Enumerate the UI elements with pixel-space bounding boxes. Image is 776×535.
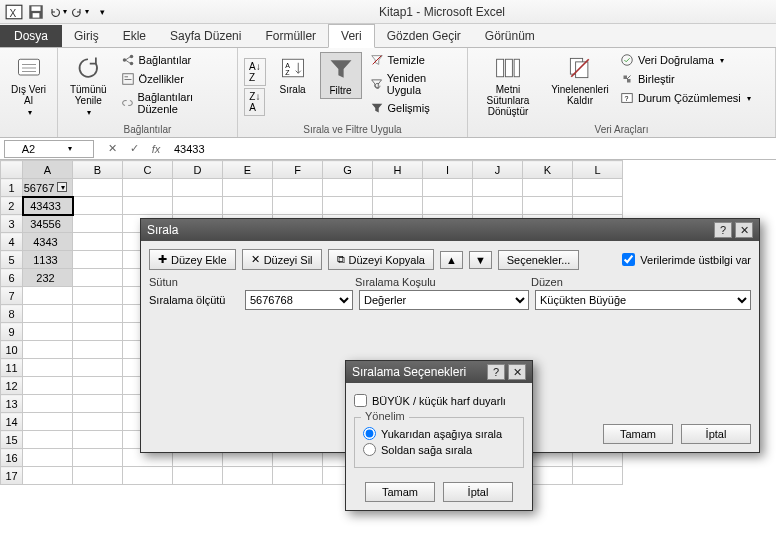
undo-icon[interactable]: ▾ bbox=[48, 3, 68, 21]
row-header[interactable]: 3 bbox=[1, 215, 23, 233]
col-header-H[interactable]: H bbox=[373, 161, 423, 179]
sort-desc-button[interactable]: Z↓A bbox=[244, 88, 265, 116]
get-external-data-button[interactable]: Dış Veri Al▾ bbox=[6, 52, 51, 119]
headers-checkbox[interactable] bbox=[622, 253, 635, 266]
tab-pagelayout[interactable]: Sayfa Düzeni bbox=[158, 25, 253, 47]
col-header-A[interactable]: A bbox=[23, 161, 73, 179]
close-icon[interactable]: ✕ bbox=[508, 364, 526, 380]
left-to-right-row[interactable]: Soldan sağa sırala bbox=[363, 443, 515, 456]
redo-icon[interactable]: ▾ bbox=[70, 3, 90, 21]
sort-asc-button[interactable]: A↓Z bbox=[244, 58, 266, 86]
col-header-F[interactable]: F bbox=[273, 161, 323, 179]
col-header-J[interactable]: J bbox=[473, 161, 523, 179]
cancel-entry-icon[interactable]: ✕ bbox=[104, 141, 120, 157]
row-header[interactable]: 13 bbox=[1, 395, 23, 413]
col-header-K[interactable]: K bbox=[523, 161, 573, 179]
copy-level-button[interactable]: ⧉Düzeyi Kopyala bbox=[328, 249, 434, 270]
row-header[interactable]: 17 bbox=[1, 467, 23, 485]
row-header[interactable]: 5 bbox=[1, 251, 23, 269]
row-header[interactable]: 6 bbox=[1, 269, 23, 287]
tab-review[interactable]: Gözden Geçir bbox=[375, 25, 473, 47]
cell-A4[interactable]: 4343 bbox=[23, 233, 73, 251]
col-header-I[interactable]: I bbox=[423, 161, 473, 179]
save-icon[interactable] bbox=[26, 3, 46, 21]
sort-ok-button[interactable]: Tamam bbox=[603, 424, 673, 444]
row-header[interactable]: 16 bbox=[1, 449, 23, 467]
row-header[interactable]: 9 bbox=[1, 323, 23, 341]
sort-options-titlebar[interactable]: Sıralama Seçenekleri ? ✕ bbox=[346, 361, 532, 383]
delete-level-button[interactable]: ✕Düzeyi Sil bbox=[242, 249, 322, 270]
row-header[interactable]: 15 bbox=[1, 431, 23, 449]
col-header-C[interactable]: C bbox=[123, 161, 173, 179]
accept-entry-icon[interactable]: ✓ bbox=[126, 141, 142, 157]
case-sensitive-checkbox[interactable] bbox=[354, 394, 367, 407]
cell-A5[interactable]: 1133 bbox=[23, 251, 73, 269]
filter-button[interactable]: Filtre bbox=[320, 52, 362, 99]
name-box[interactable]: A2▾ bbox=[4, 140, 94, 158]
cell-A2[interactable]: 43433 bbox=[23, 197, 73, 215]
add-level-button[interactable]: ✚Düzey Ekle bbox=[149, 249, 236, 270]
row-header[interactable]: 14 bbox=[1, 413, 23, 431]
sortby-combo[interactable]: 5676768 bbox=[245, 290, 353, 310]
col-header-B[interactable]: B bbox=[73, 161, 123, 179]
formula-input[interactable]: 43433 bbox=[170, 143, 776, 155]
order-combo[interactable]: Küçükten Büyüğe bbox=[535, 290, 751, 310]
reapply-button[interactable]: Yeniden Uygula bbox=[368, 71, 461, 97]
advanced-filter-button[interactable]: Gelişmiş bbox=[368, 100, 461, 116]
sort-options-button[interactable]: Seçenekler... bbox=[498, 250, 580, 270]
col-header-L[interactable]: L bbox=[573, 161, 623, 179]
top-to-bottom-radio[interactable] bbox=[363, 427, 376, 440]
data-validation-button[interactable]: Veri Doğrulama▾ bbox=[618, 52, 753, 68]
row-header[interactable]: 2 bbox=[1, 197, 23, 215]
cell-A6[interactable]: 232 bbox=[23, 269, 73, 287]
qat-customize-icon[interactable]: ▾ bbox=[92, 3, 112, 21]
cell-A3[interactable]: 34556 bbox=[23, 215, 73, 233]
move-down-button[interactable]: ▼ bbox=[469, 251, 492, 269]
col-header-G[interactable]: G bbox=[323, 161, 373, 179]
row-header[interactable]: 10 bbox=[1, 341, 23, 359]
excel-icon[interactable]: X bbox=[4, 3, 24, 21]
clear-filter-button[interactable]: Temizle bbox=[368, 52, 461, 68]
move-up-button[interactable]: ▲ bbox=[440, 251, 463, 269]
sort-dialog-titlebar[interactable]: Sırala ? ✕ bbox=[141, 219, 759, 241]
headers-checkbox-row[interactable]: Verilerimde üstbilgi var bbox=[622, 253, 751, 266]
column-header-label: Sütun bbox=[149, 276, 349, 288]
row-header[interactable]: 12 bbox=[1, 377, 23, 395]
col-header-E[interactable]: E bbox=[223, 161, 273, 179]
tab-view[interactable]: Görünüm bbox=[473, 25, 547, 47]
case-sensitive-row[interactable]: BÜYÜK / küçük harf duyarlı bbox=[354, 394, 524, 407]
what-if-button[interactable]: ?Durum Çözümlemesi▾ bbox=[618, 90, 753, 106]
row-header[interactable]: 7 bbox=[1, 287, 23, 305]
fx-icon[interactable]: fx bbox=[148, 141, 164, 157]
sort-cancel-button[interactable]: İptal bbox=[681, 424, 751, 444]
consolidate-button[interactable]: Birleştir bbox=[618, 71, 753, 87]
filter-dropdown-icon[interactable] bbox=[57, 182, 67, 192]
tab-data[interactable]: Veri bbox=[328, 24, 375, 48]
criteria-combo[interactable]: Değerler bbox=[359, 290, 529, 310]
sort-button[interactable]: AZ Sırala bbox=[272, 52, 314, 97]
tab-file[interactable]: Dosya bbox=[0, 25, 62, 47]
options-cancel-button[interactable]: İptal bbox=[443, 482, 513, 502]
tab-home[interactable]: Giriş bbox=[62, 25, 111, 47]
remove-duplicates-button[interactable]: Yinelenenleri Kaldır bbox=[548, 52, 612, 108]
cell-A1[interactable]: 56767 bbox=[23, 179, 73, 197]
left-to-right-radio[interactable] bbox=[363, 443, 376, 456]
row-header[interactable]: 1 bbox=[1, 179, 23, 197]
refresh-all-button[interactable]: Tümünü Yenile▾ bbox=[64, 52, 113, 119]
select-all-corner[interactable] bbox=[1, 161, 23, 179]
col-header-D[interactable]: D bbox=[173, 161, 223, 179]
connections-button[interactable]: Bağlantılar bbox=[119, 52, 231, 68]
row-header[interactable]: 11 bbox=[1, 359, 23, 377]
text-to-columns-button[interactable]: Metni Sütunlara Dönüştür bbox=[474, 52, 542, 119]
properties-button[interactable]: Özellikler bbox=[119, 71, 231, 87]
edit-links-button[interactable]: Bağlantıları Düzenle bbox=[119, 90, 231, 116]
help-icon[interactable]: ? bbox=[487, 364, 505, 380]
tab-formulas[interactable]: Formüller bbox=[253, 25, 328, 47]
row-header[interactable]: 8 bbox=[1, 305, 23, 323]
row-header[interactable]: 4 bbox=[1, 233, 23, 251]
close-icon[interactable]: ✕ bbox=[735, 222, 753, 238]
options-ok-button[interactable]: Tamam bbox=[365, 482, 435, 502]
top-to-bottom-row[interactable]: Yukarıdan aşağıya sırala bbox=[363, 427, 515, 440]
help-icon[interactable]: ? bbox=[714, 222, 732, 238]
tab-insert[interactable]: Ekle bbox=[111, 25, 158, 47]
